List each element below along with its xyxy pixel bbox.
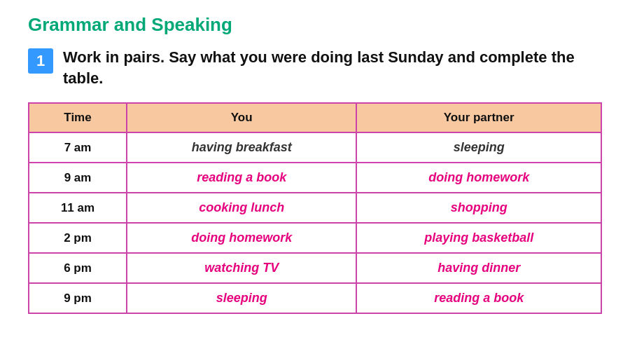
table-body: 7 amhaving breakfastsleeping9 amreading …: [29, 132, 601, 313]
col-header-time: Time: [29, 103, 127, 132]
page-title: Grammar and Speaking: [28, 14, 616, 36]
cell-partner: sleeping: [356, 132, 601, 163]
table-row: 6 pmwatching TVhaving dinner: [29, 253, 601, 283]
cell-you: cooking lunch: [127, 193, 356, 223]
cell-you: doing homework: [127, 223, 356, 253]
header-row: Time You Your partner: [29, 103, 601, 132]
cell-partner: having dinner: [356, 253, 601, 283]
table-row: 9 amreading a bookdoing homework: [29, 163, 601, 193]
cell-time: 11 am: [29, 193, 127, 223]
table-row: 9 pmsleepingreading a book: [29, 283, 601, 313]
cell-you: having breakfast: [127, 132, 356, 163]
col-header-partner: Your partner: [356, 103, 601, 132]
cell-you: sleeping: [127, 283, 356, 313]
cell-time: 9 pm: [29, 283, 127, 313]
table-row: 7 amhaving breakfastsleeping: [29, 132, 601, 163]
cell-time: 2 pm: [29, 223, 127, 253]
exercise-number: 1: [28, 48, 53, 74]
cell-time: 6 pm: [29, 253, 127, 283]
table-row: 2 pmdoing homeworkplaying basketball: [29, 223, 601, 253]
exercise-instruction: Work in pairs. Say what you were doing l…: [63, 47, 616, 88]
exercise-row: 1 Work in pairs. Say what you were doing…: [28, 47, 616, 88]
cell-partner: reading a book: [356, 283, 601, 313]
cell-time: 9 am: [29, 163, 127, 193]
cell-partner: playing basketball: [356, 223, 601, 253]
cell-you: reading a book: [127, 163, 356, 193]
table-header: Time You Your partner: [29, 103, 601, 132]
cell-partner: doing homework: [356, 163, 601, 193]
cell-partner: shopping: [356, 193, 601, 223]
activity-table: Time You Your partner 7 amhaving breakfa…: [28, 102, 602, 314]
cell-time: 7 am: [29, 132, 127, 163]
col-header-you: You: [127, 103, 356, 132]
cell-you: watching TV: [127, 253, 356, 283]
table-row: 11 amcooking lunchshopping: [29, 193, 601, 223]
